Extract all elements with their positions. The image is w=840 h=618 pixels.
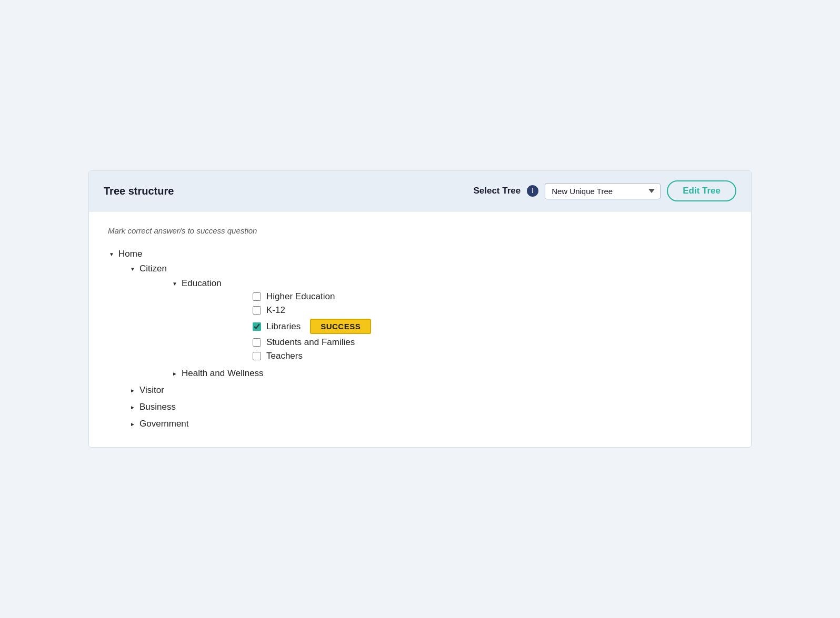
checkbox-higher-education[interactable] — [253, 292, 261, 301]
info-icon[interactable]: i — [527, 185, 538, 197]
header-left: Tree structure — [104, 185, 174, 197]
checkbox-libraries[interactable] — [253, 322, 261, 331]
tree-item-home: ▼ Home ▼ Citizen ▼ Education — [108, 248, 732, 430]
label-libraries: Libraries — [266, 321, 301, 332]
main-container: Tree structure Select Tree i New Unique … — [88, 170, 752, 448]
label-visitor: Visitor — [139, 385, 164, 396]
body: Mark correct answer/s to success questio… — [89, 211, 751, 447]
label-higher-education: Higher Education — [266, 291, 335, 302]
label-citizen: Citizen — [139, 264, 167, 274]
label-students-families: Students and Families — [266, 337, 355, 348]
checkbox-k12[interactable] — [253, 306, 261, 315]
tree-row-visitor[interactable]: ► Visitor — [129, 384, 732, 397]
arrow-home: ▼ — [108, 251, 115, 257]
instruction-text: Mark correct answer/s to success questio… — [108, 226, 732, 235]
tree-row-government[interactable]: ► Government — [129, 418, 732, 430]
tree-item-business: ► Business — [108, 401, 732, 413]
select-tree-label: Select Tree — [473, 186, 521, 196]
page-title: Tree structure — [104, 185, 174, 197]
tree-item-government: ► Government — [108, 418, 732, 430]
tree-item-higher-education: Higher Education — [253, 290, 732, 303]
tree-item-k12: K-12 — [253, 303, 732, 317]
success-badge: SUCCESS — [310, 319, 371, 334]
arrow-citizen: ▼ — [129, 266, 136, 272]
checkbox-students-families[interactable] — [253, 338, 261, 347]
tree-select-dropdown[interactable]: New Unique Tree Default Tree — [545, 183, 661, 199]
checkbox-teachers[interactable] — [253, 352, 261, 360]
label-teachers: Teachers — [266, 351, 303, 361]
tree-item-citizen: ▼ Citizen ▼ Education Hi — [108, 262, 732, 380]
tree-structure: ▼ Home ▼ Citizen ▼ Education — [108, 248, 732, 430]
arrow-visitor: ► — [129, 388, 136, 393]
label-k12: K-12 — [266, 305, 285, 316]
tree-row-business[interactable]: ► Business — [129, 401, 732, 413]
tree-item-students-families: Students and Families — [253, 336, 732, 349]
tree-row-education[interactable]: ▼ Education — [171, 277, 732, 290]
arrow-education: ▼ — [171, 281, 178, 287]
tree-row-health-wellness[interactable]: ► Health and Wellness — [171, 367, 732, 380]
tree-row-home[interactable]: ▼ Home — [108, 248, 732, 260]
label-health-wellness: Health and Wellness — [182, 368, 264, 379]
tree-item-visitor: ► Visitor — [108, 384, 732, 397]
tree-item-teachers: Teachers — [253, 349, 732, 363]
tree-row-citizen[interactable]: ▼ Citizen — [129, 262, 732, 275]
header: Tree structure Select Tree i New Unique … — [89, 171, 751, 211]
tree-item-libraries: Libraries SUCCESS — [253, 317, 732, 336]
label-government: Government — [139, 419, 189, 429]
label-education: Education — [182, 278, 222, 289]
label-home: Home — [118, 249, 142, 259]
edit-tree-button[interactable]: Edit Tree — [667, 180, 736, 201]
arrow-government: ► — [129, 421, 136, 427]
arrow-health-wellness: ► — [171, 371, 178, 377]
label-business: Business — [139, 402, 176, 412]
arrow-business: ► — [129, 404, 136, 410]
tree-item-education: ▼ Education Higher Education K-12 — [129, 277, 732, 363]
header-right: Select Tree i New Unique Tree Default Tr… — [473, 180, 736, 201]
tree-item-health-wellness: ► Health and Wellness — [129, 367, 732, 380]
education-children: Higher Education K-12 Libraries SUCCESS — [171, 290, 732, 363]
